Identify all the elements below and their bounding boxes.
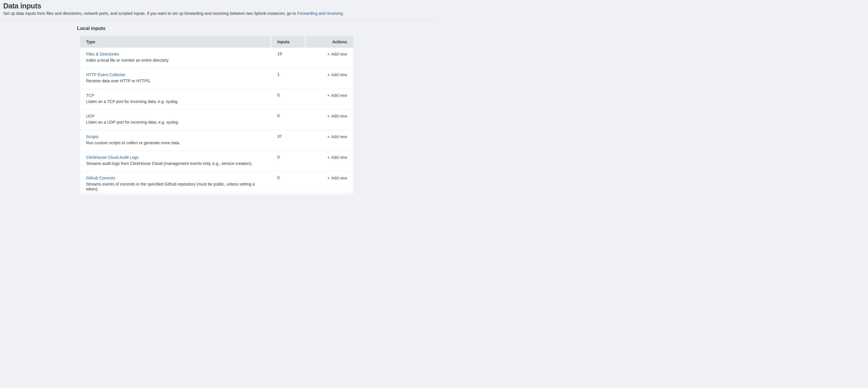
type-cell: Github Commits Streams events of commits… xyxy=(86,175,266,192)
table-row-clickhouse-cloud-audit-logs: ClickHouse Cloud Audit Logs Streams audi… xyxy=(80,151,353,172)
add-new-label: Add new xyxy=(331,155,347,160)
type-description: Streams audit logs from ClickHouse Cloud… xyxy=(86,161,252,166)
table-row-http-event-collector: HTTP Event Collector Receive data over H… xyxy=(80,68,353,89)
add-new-label: Add new xyxy=(331,176,347,180)
type-cell: TCP Listen on a TCP port for incoming da… xyxy=(86,93,179,104)
page-title: Data inputs xyxy=(3,1,428,10)
page-header: Data inputs Set up data inputs from file… xyxy=(0,0,434,20)
type-cell: UDP Listen on a UDP port for incoming da… xyxy=(86,113,179,125)
files-directories-link[interactable]: Files & Directories xyxy=(86,52,119,57)
add-new-label: Add new xyxy=(331,135,347,139)
table-header-row: Type Inputs Actions xyxy=(80,36,353,48)
data-inputs-page: Data inputs Set up data inputs from file… xyxy=(0,0,434,194)
plus-icon: + xyxy=(327,113,330,118)
actions-cell: +Add new xyxy=(327,72,347,78)
table-row-udp: UDP Listen on a UDP port for incoming da… xyxy=(80,110,353,130)
inputs-count: 0 xyxy=(277,93,280,98)
scripts-link[interactable]: Scripts xyxy=(86,135,98,139)
type-description: Run custom scripts to collect or generat… xyxy=(86,141,180,145)
page-subtitle: Set up data inputs from files and direct… xyxy=(3,11,428,16)
add-new-button[interactable]: +Add new xyxy=(327,155,347,160)
actions-cell: +Add new xyxy=(327,175,347,181)
clickhouse-cloud-audit-logs-link[interactable]: ClickHouse Cloud Audit Logs xyxy=(86,155,139,160)
table-row-files-directories: Files & Directories Index a local file o… xyxy=(80,48,353,68)
plus-icon: + xyxy=(327,72,330,77)
add-new-button[interactable]: +Add new xyxy=(327,176,347,180)
plus-icon: + xyxy=(327,155,330,160)
table-row-tcp: TCP Listen on a TCP port for incoming da… xyxy=(80,89,353,110)
add-new-label: Add new xyxy=(331,114,347,118)
plus-icon: + xyxy=(327,175,330,180)
inputs-count: 0 xyxy=(277,113,280,118)
add-new-button[interactable]: +Add new xyxy=(327,72,347,77)
type-description: Streams events of commits in the specifi… xyxy=(86,182,266,192)
add-new-label: Add new xyxy=(331,93,347,98)
table-body: Files & Directories Index a local file o… xyxy=(80,48,353,194)
actions-cell: +Add new xyxy=(327,155,347,160)
add-new-label: Add new xyxy=(331,52,347,56)
inputs-count: 1 xyxy=(277,72,280,77)
github-commits-link[interactable]: Github Commits xyxy=(86,176,115,181)
add-new-button[interactable]: +Add new xyxy=(327,114,347,118)
plus-icon: + xyxy=(327,52,330,56)
type-cell: ClickHouse Cloud Audit Logs Streams audi… xyxy=(86,155,252,166)
add-new-button[interactable]: +Add new xyxy=(327,135,347,139)
page-subtitle-text: Set up data inputs from files and direct… xyxy=(3,11,297,16)
type-cell: HTTP Event Collector Receive data over H… xyxy=(86,72,151,84)
page-subtitle-period: . xyxy=(343,11,344,16)
actions-cell: +Add new xyxy=(327,113,347,119)
plus-icon: + xyxy=(327,93,330,98)
add-new-label: Add new xyxy=(331,72,347,77)
column-header-inputs: Inputs xyxy=(272,36,305,48)
inputs-count: 19 xyxy=(277,52,282,56)
table-row-github-commits: Github Commits Streams events of commits… xyxy=(80,172,353,192)
local-inputs-table: Type Inputs Actions Files & Directories … xyxy=(80,36,353,194)
actions-cell: +Add new xyxy=(327,52,347,57)
plus-icon: + xyxy=(327,134,330,139)
next-row-partial xyxy=(80,192,353,194)
inputs-count: 37 xyxy=(277,134,282,139)
type-description: Listen on a TCP port for incoming data, … xyxy=(86,99,179,104)
inputs-count: 0 xyxy=(277,155,280,160)
add-new-button[interactable]: +Add new xyxy=(327,93,347,98)
type-description: Index a local file or monitor an entire … xyxy=(86,58,169,63)
tcp-link[interactable]: TCP xyxy=(86,93,94,98)
type-description: Listen on a UDP port for incoming data, … xyxy=(86,120,179,125)
type-description: Receive data over HTTP or HTTPS. xyxy=(86,79,151,84)
add-new-button[interactable]: +Add new xyxy=(327,52,347,56)
table-row-scripts: Scripts Run custom scripts to collect or… xyxy=(80,130,353,151)
forwarding-and-receiving-link[interactable]: Forwarding and receiving xyxy=(297,11,343,16)
actions-cell: +Add new xyxy=(327,134,347,139)
type-cell: Files & Directories Index a local file o… xyxy=(86,52,169,63)
inputs-count: 0 xyxy=(277,175,280,180)
column-header-type: Type xyxy=(80,36,270,48)
type-cell: Scripts Run custom scripts to collect or… xyxy=(86,134,180,145)
column-header-actions: Actions xyxy=(306,36,353,48)
udp-link[interactable]: UDP xyxy=(86,114,95,119)
http-event-collector-link[interactable]: HTTP Event Collector xyxy=(86,72,125,78)
actions-cell: +Add new xyxy=(327,93,347,98)
local-inputs-heading: Local inputs xyxy=(77,26,105,31)
